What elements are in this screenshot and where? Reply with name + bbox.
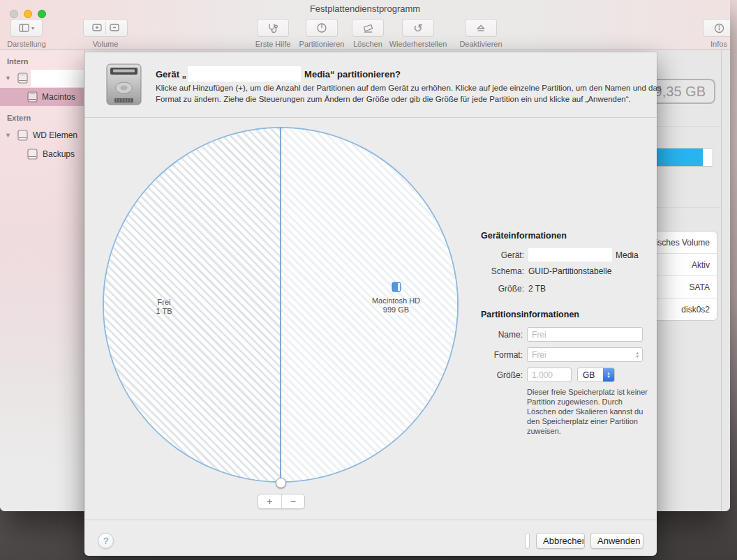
titlebar-toolbar: Festplattendienstprogramm ▾ Darstellung: [0, 0, 730, 50]
help-button[interactable]: ?: [98, 533, 114, 549]
schema-row: Schema: GUID-Partitionstabelle: [405, 266, 643, 276]
separator-line: [84, 520, 657, 520]
cancel-button-label: Abbrechen: [543, 536, 583, 546]
stepper-arrows-icon: ▲▼: [636, 351, 639, 358]
zoom-button[interactable]: [38, 10, 46, 18]
disk-icon: [17, 72, 29, 85]
dialog-title-prefix: Gerät „: [156, 69, 186, 80]
screen: Intern ▼ Macintos Extern: [0, 0, 737, 560]
first-aid-label: Erste Hilfe: [252, 40, 294, 48]
format-label: Format:: [405, 350, 523, 360]
disk-icon: [17, 129, 29, 142]
pie-segment-free[interactable]: [104, 128, 281, 481]
erase-label: Löschen: [348, 40, 387, 48]
device-label: Gerät:: [405, 250, 524, 260]
free-space-note: Dieser freie Speicherplatz ist keiner Pa…: [527, 387, 650, 436]
view-button[interactable]: ▾: [10, 19, 43, 37]
hard-drive-icon: [105, 62, 143, 107]
window-edge-line: [721, 50, 722, 511]
name-label: Name:: [405, 330, 523, 340]
minimize-button[interactable]: [24, 10, 32, 18]
sidebar-item-internal-disk[interactable]: ▼: [0, 69, 84, 87]
volume-add-icon: [91, 23, 103, 33]
dialog-title: Gerät „Media“ partitionieren?: [156, 66, 401, 82]
partition-label: Partitionieren: [290, 40, 354, 48]
pie-macintosh-name: Macintosh HD: [359, 296, 433, 305]
redacted-device-name: [31, 70, 84, 87]
disclosure-triangle-icon[interactable]: ▼: [5, 132, 11, 139]
view-layout-icon: [19, 24, 29, 32]
detail-value: isches Volume: [656, 238, 710, 248]
name-input[interactable]: [527, 327, 643, 342]
device-info-heading: Geräteinformationen: [481, 231, 567, 241]
disk-icon: [27, 91, 38, 104]
pie-macintosh-size: 999 GB: [359, 305, 433, 315]
apply-button[interactable]: Anwenden: [590, 533, 643, 549]
pie-label-free: Frei 1 TB: [143, 298, 185, 316]
stepper-arrows-icon: ▲▼: [603, 368, 614, 381]
volume-add-remove-group[interactable]: [83, 19, 128, 37]
size-row: Größe: GB ▲▼: [405, 368, 650, 382]
partition-add-remove-control: + −: [258, 494, 305, 509]
view-button-label: Darstellung: [3, 40, 50, 48]
unmount-label: Deaktivieren: [453, 40, 509, 48]
remove-partition-button[interactable]: −: [282, 494, 305, 508]
sidebar-item-label: WD Elemen: [33, 130, 77, 140]
stethoscope-icon: [267, 22, 279, 33]
sidebar-item-macintosh-hd[interactable]: Macintos: [0, 88, 84, 106]
sidebar: Intern ▼ Macintos Extern: [0, 50, 84, 511]
unmount-button[interactable]: [465, 19, 497, 37]
format-select[interactable]: Frei ▲▼: [527, 347, 643, 362]
detail-value: SATA: [689, 282, 710, 292]
restore-button[interactable]: ↺: [402, 19, 434, 37]
partition-sheet-dialog: Gerät „Media“ partitionieren? Klicke auf…: [84, 52, 657, 556]
name-row: Name:: [405, 327, 650, 342]
info-icon: [714, 23, 724, 33]
disk-icon: [27, 148, 38, 161]
restore-label: Wiederherstellen: [385, 40, 452, 48]
pie-divider-line: [280, 127, 281, 483]
unit-value: GB: [583, 370, 595, 380]
info-button[interactable]: [703, 19, 730, 37]
sidebar-section-intern: Intern: [7, 57, 29, 66]
sidebar-item-label: Backups: [43, 149, 75, 159]
detail-value: disk0s2: [681, 305, 710, 315]
device-row: Gerät: Media: [405, 248, 643, 262]
dialog-title-suffix: Media“ partitionieren?: [304, 69, 401, 80]
device-suffix: Media: [616, 250, 639, 260]
first-aid-button[interactable]: [257, 19, 289, 37]
sidebar-item-label: Macintos: [42, 92, 75, 102]
add-partition-button[interactable]: +: [258, 494, 282, 508]
sidebar-item-backups[interactable]: Backups: [0, 145, 84, 163]
device-size-label: Größe:: [405, 284, 524, 294]
unit-select[interactable]: GB ▲▼: [577, 368, 615, 382]
partition-resize-handle[interactable]: [276, 478, 286, 488]
sidebar-item-wd-elements[interactable]: ▼ WD Elemen: [0, 126, 84, 144]
chevron-down-icon: ▾: [31, 25, 34, 31]
pie-free-name: Frei: [143, 298, 185, 307]
storage-free-segment: [703, 149, 713, 166]
partition-size-label: Größe:: [405, 370, 523, 380]
size-input[interactable]: [527, 368, 572, 382]
close-button[interactable]: [10, 10, 18, 18]
device-size-row: Größe: 2 TB: [405, 284, 643, 294]
detail-value: Aktiv: [692, 260, 710, 270]
window-title: Festplattendienstprogramm: [0, 3, 730, 14]
redacted-device-value: [528, 248, 612, 262]
sidebar-section-extern: Extern: [7, 114, 31, 122]
disclosure-triangle-icon[interactable]: ▼: [5, 75, 11, 82]
restore-arrow-icon: ↺: [413, 22, 422, 35]
schema-label: Schema:: [405, 266, 524, 276]
info-label: Infos: [703, 40, 730, 48]
schema-value: GUID-Partitionstabelle: [528, 266, 611, 276]
volume-group-label: Volume: [83, 40, 128, 48]
partition-button[interactable]: [306, 19, 338, 37]
erase-button[interactable]: [352, 19, 384, 37]
dialog-description: Klicke auf Hinzufügen (+), um die Anzahl…: [156, 83, 689, 105]
cancel-button[interactable]: Abbrechen: [536, 533, 585, 549]
partition-info-heading: Partitionsinformationen: [481, 310, 579, 319]
clipped-button-edge[interactable]: [525, 533, 530, 549]
volume-remove-icon: [109, 23, 120, 33]
eject-icon: [476, 23, 486, 33]
macintosh-hd-icon: [390, 281, 403, 293]
